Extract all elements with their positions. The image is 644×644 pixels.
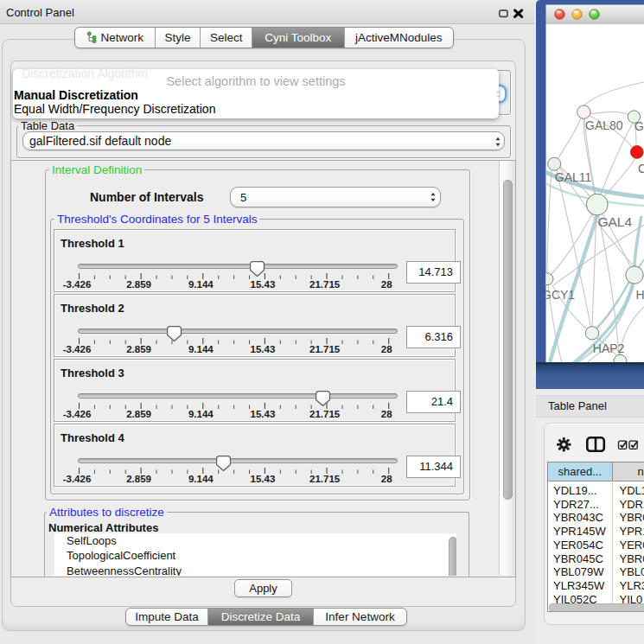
- svg-text:HAP2: HAP2: [593, 341, 625, 355]
- svg-text:C: C: [638, 162, 644, 175]
- svg-text:GCY1: GCY1: [542, 288, 575, 302]
- svg-text:GAL80: GAL80: [585, 118, 623, 132]
- svg-text:GA: GA: [634, 119, 644, 133]
- svg-text:GAL4: GAL4: [597, 214, 632, 229]
- svg-text:GAL11: GAL11: [555, 170, 592, 184]
- svg-text:H: H: [635, 288, 644, 302]
